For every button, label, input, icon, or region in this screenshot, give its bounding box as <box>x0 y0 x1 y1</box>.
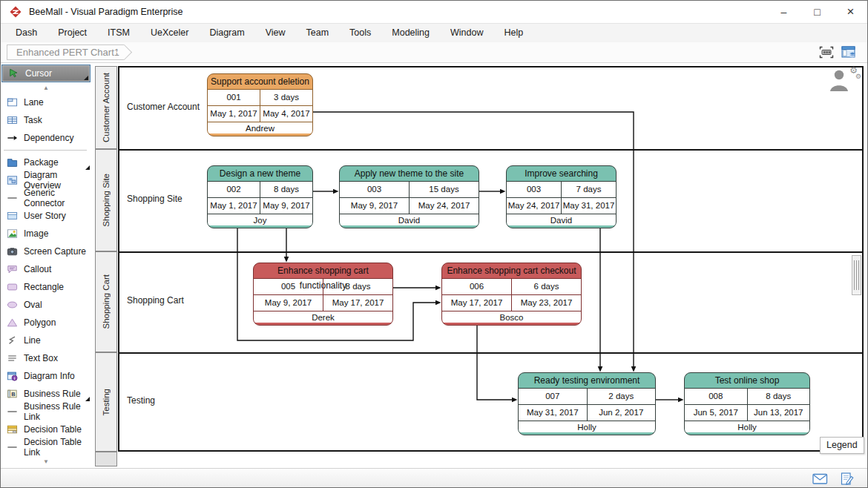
task-name: Test online shop <box>685 373 809 388</box>
task-start-date: Jun 5, 2017 <box>685 405 747 421</box>
tool-line[interactable]: Line <box>1 332 91 349</box>
task-owner: Holly <box>519 421 655 432</box>
tool-generic-connector[interactable]: Generic Connector <box>1 189 91 207</box>
pert-task-ready-testing-environment[interactable]: Ready testing environment 0072 days May … <box>518 372 656 435</box>
lane-divider <box>118 352 864 354</box>
task-name: Ready testing environment <box>519 373 655 388</box>
maximize-button[interactable]: □ <box>800 1 834 23</box>
image-icon <box>6 228 19 239</box>
lane-header-testing[interactable]: Testing <box>95 352 117 452</box>
menu-project[interactable]: Project <box>47 24 97 42</box>
polygon-icon <box>6 317 19 328</box>
expand-corner-icon <box>84 76 88 80</box>
edit-notes-button[interactable] <box>840 472 854 486</box>
task-start-date: May 31, 2017 <box>519 405 587 421</box>
menu-uexceler[interactable]: UeXceler <box>140 24 199 42</box>
business-rule-link-icon <box>6 406 19 417</box>
menu-itsm[interactable]: ITSM <box>97 24 140 42</box>
lane-header-customer-account[interactable]: Customer Account <box>95 66 117 149</box>
tool-image[interactable]: Image <box>1 225 91 243</box>
messages-button[interactable] <box>812 472 828 485</box>
menu-dash[interactable]: Dash <box>5 24 47 42</box>
pert-task-improve-searching[interactable]: Improve searching 0037 days May 24, 2017… <box>506 165 617 228</box>
menu-modeling[interactable]: Modeling <box>381 24 440 42</box>
pert-task-test-online-shop[interactable]: Test online shop 0088 days Jun 5, 2017Ju… <box>684 372 810 435</box>
tool-diagram-info[interactable]: i Diagram Info <box>1 367 91 385</box>
lane-strip-corner <box>95 452 117 466</box>
pert-task-design-a-new-theme[interactable]: Design a new theme 0028 days May 1, 2017… <box>207 165 313 228</box>
tool-diagram-overview[interactable]: Diagram Overview <box>1 171 91 189</box>
task-duration: 6 days <box>511 279 581 294</box>
camera-icon <box>6 246 19 257</box>
pert-task-support-account-deletion[interactable]: Support account deletion 0013 days May 1… <box>207 73 313 136</box>
rectangle-icon <box>6 282 19 292</box>
legend-button[interactable]: Legend <box>820 437 864 454</box>
task-duration: 3 days <box>260 90 312 105</box>
toolbox-scroll-up[interactable]: ▲ <box>1 82 91 93</box>
task-end-date: May 31, 2017 <box>561 198 616 214</box>
close-button[interactable]: × <box>834 1 867 23</box>
task-duration: 8 days <box>260 182 312 197</box>
fit-to-selection-button[interactable] <box>818 46 835 59</box>
tool-polygon[interactable]: Polygon <box>1 314 91 332</box>
task-end-date: Jun 13, 2017 <box>747 405 810 421</box>
tool-text-box[interactable]: Text Box <box>1 349 91 367</box>
panel-collapse-grip[interactable] <box>852 255 861 295</box>
menu-diagram[interactable]: Diagram <box>199 24 254 42</box>
menu-bar: Dash Project ITSM UeXceler Diagram View … <box>1 23 867 42</box>
menu-view[interactable]: View <box>255 24 296 42</box>
task-end-date: May 17, 2017 <box>323 295 392 311</box>
tool-user-story[interactable]: User Story <box>1 207 91 225</box>
minimize-button[interactable]: – <box>767 1 800 23</box>
task-id: 008 <box>685 389 747 404</box>
line-icon <box>6 335 19 346</box>
tool-decision-table[interactable]: Decision Table <box>1 421 91 438</box>
toolbox-scroll-down[interactable]: ▼ <box>1 456 91 467</box>
task-start-date: May 24, 2017 <box>507 198 561 214</box>
window-title: BeeMall - Visual Paradigm Enterprise <box>29 7 183 17</box>
diagram-tab[interactable]: Enhanced PERT Chart1 <box>7 44 124 60</box>
task-start-date: May 1, 2017 <box>208 198 260 214</box>
task-name: Support account deletion <box>208 74 312 89</box>
menu-help[interactable]: Help <box>493 24 533 42</box>
tool-package[interactable]: Package <box>1 154 91 171</box>
menu-tools[interactable]: Tools <box>339 24 381 42</box>
pert-task-apply-new-theme[interactable]: Apply new theme to the site 00315 days M… <box>339 165 479 228</box>
package-icon <box>6 157 19 168</box>
show-panel-button[interactable] <box>841 46 857 59</box>
lane-header-shopping-cart[interactable]: Shopping Cart <box>95 251 117 352</box>
task-end-date: May 4, 2017 <box>260 106 312 122</box>
pert-task-cart-functionality[interactable]: Enhance shopping cart functionality 0058… <box>253 263 393 326</box>
diagram-canvas[interactable]: Cursor ▲ Lane Task Dependency Package <box>1 63 867 468</box>
task-name: Improve searching <box>507 166 616 181</box>
task-owner: Andrew <box>208 122 312 133</box>
tool-business-rule[interactable]: B Business Rule <box>1 385 91 403</box>
panel-layers-icon <box>841 46 857 59</box>
title-bar: BeeMall - Visual Paradigm Enterprise – □… <box>1 1 867 23</box>
user-settings-icon[interactable]: ⚙ ⚙ <box>829 67 858 97</box>
tool-task[interactable]: Task <box>1 111 91 129</box>
lane-header-shopping-site[interactable]: Shopping Site <box>95 149 117 251</box>
lane-icon <box>6 97 19 108</box>
tool-decision-table-link[interactable]: Decision Table Link <box>1 438 91 456</box>
tool-rectangle[interactable]: Rectangle <box>1 278 91 296</box>
menu-team[interactable]: Team <box>296 24 340 42</box>
task-owner: Joy <box>208 214 312 225</box>
task-duration: 8 days <box>747 389 810 404</box>
tool-oval[interactable]: Oval <box>1 296 91 314</box>
lane-label-shopping-cart: Shopping Cart <box>127 295 184 306</box>
tool-cursor[interactable]: Cursor <box>1 65 91 82</box>
tool-callout[interactable]: Callout <box>1 260 91 278</box>
task-duration: 15 days <box>409 182 479 197</box>
tool-business-rule-link[interactable]: Business Rule Link <box>1 403 91 421</box>
generic-connector-icon <box>6 193 19 203</box>
tool-screen-capture[interactable]: Screen Capture <box>1 243 91 260</box>
menu-window[interactable]: Window <box>440 24 493 42</box>
toolbox-panel: Cursor ▲ Lane Task Dependency Package <box>1 63 91 468</box>
fit-selection-icon <box>819 46 834 59</box>
task-owner: David <box>507 214 616 225</box>
task-end-date: May 9, 2017 <box>260 198 312 214</box>
tool-lane[interactable]: Lane <box>1 93 91 111</box>
tool-dependency[interactable]: Dependency <box>1 129 91 147</box>
pert-task-cart-checkout[interactable]: Enhance shopping cart checkout 0066 days… <box>441 263 582 326</box>
